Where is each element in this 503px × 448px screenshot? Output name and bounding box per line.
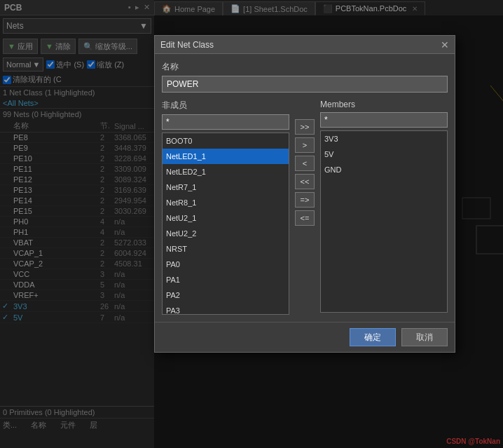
move-right-button[interactable]: > — [295, 137, 315, 153]
members-col: Members 3V35VGND — [320, 100, 448, 313]
name-input[interactable] — [162, 76, 448, 93]
members-label: Members — [320, 100, 448, 109]
non-member-item[interactable]: NetU2_1 — [163, 210, 289, 226]
member-item[interactable]: 5V — [321, 147, 447, 162]
non-member-item[interactable]: NetLED1_1 — [163, 149, 289, 164]
members-list[interactable]: 3V35VGND — [320, 130, 448, 313]
members-filter[interactable] — [320, 112, 448, 128]
non-member-item[interactable]: PA3 — [163, 303, 289, 315]
move-selected-left-button[interactable]: <= — [295, 210, 315, 226]
non-member-item[interactable]: NetR8_1 — [163, 195, 289, 210]
non-members-col: 非成员 BOOT0NetLED1_1NetLED2_1NetR7_1NetR8_… — [162, 100, 289, 315]
non-member-item[interactable]: BOOT0 — [163, 133, 289, 149]
non-members-list[interactable]: BOOT0NetLED1_1NetLED2_1NetR7_1NetR8_1Net… — [162, 133, 289, 315]
move-all-right-button[interactable]: >> — [295, 119, 315, 135]
dialog-titlebar: Edit Net Class ✕ — [155, 36, 455, 54]
non-members-label: 非成员 — [162, 100, 289, 111]
move-all-left-button[interactable]: << — [295, 174, 315, 189]
dialog-footer: 确定 取消 — [155, 322, 455, 352]
non-member-item[interactable]: NetU2_2 — [163, 226, 289, 241]
dialog-close-button[interactable]: ✕ — [441, 40, 449, 50]
edit-net-class-dialog: Edit Net Class ✕ 名称 非成员 BOOT0NetLED1_1Ne… — [154, 35, 455, 353]
member-item[interactable]: GND — [321, 162, 447, 177]
non-member-item[interactable]: PA0 — [163, 257, 289, 272]
members-row: 非成员 BOOT0NetLED1_1NetLED2_1NetR7_1NetR8_… — [162, 100, 448, 315]
cancel-button[interactable]: 取消 — [401, 328, 448, 346]
non-member-item[interactable]: PA1 — [163, 272, 289, 287]
dialog-title: Edit Net Class — [160, 40, 214, 50]
member-item[interactable]: 3V3 — [321, 131, 447, 147]
non-member-item[interactable]: PA2 — [163, 287, 289, 303]
move-selected-right-button[interactable]: => — [295, 192, 315, 208]
non-member-item[interactable]: NetLED2_1 — [163, 164, 289, 179]
non-member-item[interactable]: NetR7_1 — [163, 179, 289, 195]
name-field-label: 名称 — [162, 61, 448, 73]
transfer-buttons: >> > < << => <= — [295, 100, 315, 226]
non-member-item[interactable]: NRST — [163, 241, 289, 257]
confirm-button[interactable]: 确定 — [350, 328, 396, 346]
move-left-button[interactable]: < — [295, 156, 315, 171]
dialog-body: 名称 非成员 BOOT0NetLED1_1NetLED2_1NetR7_1Net… — [155, 54, 455, 322]
non-members-filter[interactable] — [162, 114, 289, 130]
